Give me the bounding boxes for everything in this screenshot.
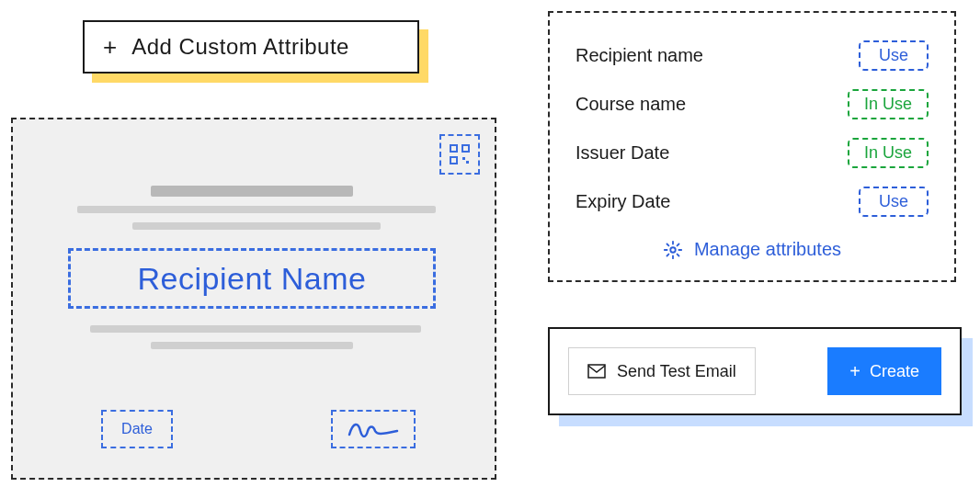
add-custom-attribute-label: Add Custom Attribute bbox=[131, 34, 349, 60]
attribute-row: Course name In Use bbox=[575, 80, 929, 129]
send-test-email-label: Send Test Email bbox=[617, 362, 736, 381]
manage-attributes-link[interactable]: Manage attributes bbox=[575, 239, 929, 260]
attribute-name: Expiry Date bbox=[575, 191, 670, 212]
create-label: Create bbox=[870, 362, 919, 381]
attribute-row: Issuer Date In Use bbox=[575, 129, 929, 177]
svg-rect-0 bbox=[450, 145, 457, 152]
envelope-icon bbox=[587, 364, 606, 379]
svg-rect-2 bbox=[450, 157, 457, 164]
svg-rect-4 bbox=[466, 161, 469, 164]
actions-panel: Send Test Email + Create bbox=[548, 327, 962, 415]
date-placeholder: Date bbox=[121, 421, 153, 437]
attribute-use-button[interactable]: Use bbox=[859, 40, 929, 71]
svg-rect-1 bbox=[462, 145, 469, 152]
placeholder-line bbox=[132, 222, 381, 230]
attribute-row: Recipient name Use bbox=[575, 31, 929, 80]
placeholder-line bbox=[90, 325, 421, 333]
plus-icon: + bbox=[849, 361, 860, 382]
attribute-row: Expiry Date Use bbox=[575, 177, 929, 226]
attributes-panel: Recipient name Use Course name In Use Is… bbox=[548, 11, 956, 282]
signature-icon bbox=[346, 418, 401, 440]
svg-point-5 bbox=[670, 247, 676, 253]
placeholder-line bbox=[151, 186, 353, 197]
attribute-use-button[interactable]: Use bbox=[859, 187, 929, 217]
date-slot[interactable]: Date bbox=[101, 410, 173, 448]
add-custom-attribute-button[interactable]: + Add Custom Attribute bbox=[83, 20, 419, 74]
qr-code-placeholder[interactable] bbox=[439, 134, 480, 175]
placeholder-line bbox=[151, 342, 353, 349]
plus-icon: + bbox=[103, 33, 117, 62]
create-button[interactable]: + Create bbox=[827, 347, 941, 395]
svg-rect-6 bbox=[588, 365, 605, 378]
manage-attributes-label: Manage attributes bbox=[694, 239, 841, 260]
svg-rect-3 bbox=[462, 157, 465, 160]
signature-slot[interactable] bbox=[331, 410, 416, 448]
certificate-preview-panel: Recipient Name Date bbox=[11, 118, 496, 480]
recipient-name-placeholder: Recipient Name bbox=[138, 261, 367, 297]
send-test-email-button[interactable]: Send Test Email bbox=[568, 347, 756, 395]
gear-icon bbox=[663, 240, 683, 260]
attribute-inuse-badge[interactable]: In Use bbox=[848, 89, 929, 119]
attribute-name: Recipient name bbox=[575, 45, 703, 66]
attribute-name: Course name bbox=[575, 94, 686, 115]
attribute-name: Issuer Date bbox=[575, 142, 669, 164]
placeholder-line bbox=[77, 206, 436, 213]
recipient-name-slot[interactable]: Recipient Name bbox=[68, 248, 436, 309]
attribute-inuse-badge[interactable]: In Use bbox=[848, 138, 929, 168]
